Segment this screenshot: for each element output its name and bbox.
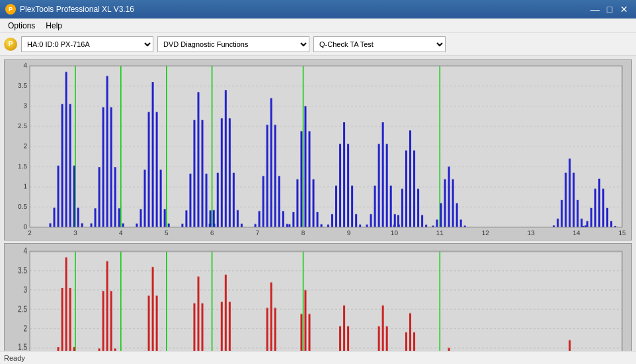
drive-icon: P xyxy=(4,38,17,51)
test-selector[interactable]: Q-Check TA Test xyxy=(313,36,446,52)
charts-container xyxy=(0,55,636,351)
status-bar: Ready xyxy=(0,351,636,364)
app-icon: P xyxy=(5,4,16,15)
minimize-button[interactable]: — xyxy=(588,3,602,15)
drive-selector[interactable]: HA:0 ID:0 PX-716A xyxy=(21,36,153,52)
title-bar: P PlexTools Professional XL V3.16 — □ ✕ xyxy=(0,0,636,18)
main-content: Jitter: 5 Peak Shift: 4 TA Quality Indic… xyxy=(0,55,636,351)
menu-bar: Options Help xyxy=(0,18,636,33)
window-controls: — □ ✕ xyxy=(588,3,631,15)
menu-options[interactable]: Options xyxy=(3,20,40,32)
top-chart xyxy=(5,60,631,240)
function-selector[interactable]: DVD Diagnostic Functions xyxy=(157,36,309,52)
maximize-button[interactable]: □ xyxy=(603,3,616,15)
bottom-chart xyxy=(5,244,631,351)
title-bar-left: P PlexTools Professional XL V3.16 xyxy=(5,4,134,15)
bottom-chart-panel xyxy=(4,243,632,351)
close-button[interactable]: ✕ xyxy=(617,3,631,15)
menu-help[interactable]: Help xyxy=(40,20,67,32)
window-title: PlexTools Professional XL V3.16 xyxy=(20,5,134,14)
toolbar: P HA:0 ID:0 PX-716A DVD Diagnostic Funct… xyxy=(0,33,636,55)
status-text: Ready xyxy=(4,354,25,362)
top-chart-panel xyxy=(4,59,632,240)
